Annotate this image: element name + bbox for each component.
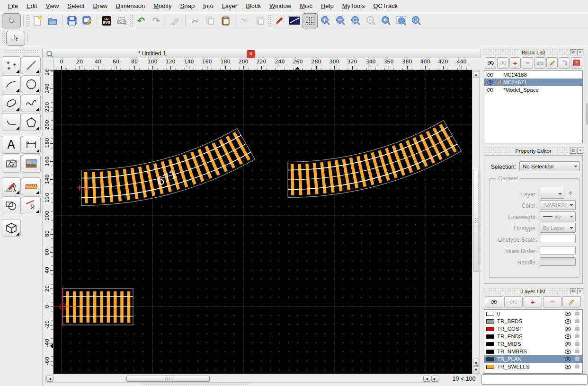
eye-icon[interactable] — [565, 342, 571, 346]
eye-icon[interactable] — [565, 319, 571, 324]
layer-remove-button[interactable]: − — [543, 296, 561, 307]
spline-tool-button[interactable] — [22, 94, 41, 112]
zoom-previous-button[interactable] — [364, 14, 378, 28]
export-svg-button[interactable]: SVG — [99, 14, 114, 28]
eye-icon[interactable] — [565, 357, 571, 361]
menu-dimension[interactable]: Dimension — [112, 1, 149, 11]
pen-button[interactable] — [272, 14, 286, 28]
save-as-button[interactable] — [80, 14, 94, 28]
lock-icon[interactable] — [575, 357, 579, 361]
layer-row[interactable]: TR_MIDS — [484, 340, 582, 348]
polygon-tool-button[interactable] — [22, 113, 41, 131]
block-remove-button[interactable]: − — [522, 57, 533, 69]
menu-layer[interactable]: Layer — [218, 1, 242, 11]
ruler-tool-button[interactable] — [22, 177, 41, 195]
scroll-left-button[interactable]: ◀ — [46, 376, 53, 382]
menu-info[interactable]: Info — [199, 1, 218, 11]
block-list-float-button[interactable]: ⧉ — [570, 49, 576, 55]
block-row-selected[interactable]: MC24671 — [484, 79, 582, 86]
menu-mytools[interactable]: MyTools — [338, 1, 369, 11]
save-button[interactable] — [65, 14, 79, 28]
block-delete-button[interactable]: × — [571, 57, 582, 69]
linetype-dropdown[interactable]: By Layer — [540, 223, 576, 233]
layer-dropdown[interactable] — [540, 189, 564, 199]
dock-scroll-thumb[interactable] — [586, 103, 588, 125]
layer-row[interactable]: TR_BEDS — [484, 317, 582, 325]
block-edit-button[interactable] — [546, 57, 558, 69]
block-list-close-button[interactable]: × — [577, 49, 583, 55]
canvas-horizontal-scrollbar[interactable]: ◀ ◀ ▶ — [45, 375, 439, 383]
paste-button[interactable] — [218, 14, 232, 28]
property-editor-float-button[interactable]: ⧉ — [570, 148, 576, 154]
menu-view[interactable]: View — [41, 1, 63, 11]
selection-dropdown[interactable]: No Selection — [519, 161, 580, 171]
selection-pointer-button[interactable] — [6, 31, 25, 46]
zoom-out-button[interactable] — [334, 14, 348, 28]
menu-misc[interactable]: Misc — [295, 1, 317, 11]
line-tool-button[interactable] — [22, 56, 41, 74]
delete-button[interactable] — [169, 14, 183, 28]
dimension-tool-button[interactable] — [22, 136, 41, 154]
document-close-button[interactable]: × — [247, 50, 255, 58]
redo-button[interactable]: ↷ — [149, 14, 163, 28]
layer-show-all-button[interactable] — [485, 296, 503, 307]
block-row[interactable]: *Model_Space — [484, 86, 582, 94]
dock-splitter[interactable] — [478, 170, 481, 265]
lineweight-dropdown[interactable]: By — [540, 211, 576, 221]
linetype-scale-input[interactable] — [540, 235, 576, 243]
point-tool-button[interactable] — [2, 56, 21, 74]
zoom-window-button[interactable] — [394, 14, 409, 28]
polyline-tool-button[interactable] — [2, 113, 21, 131]
new-file-button[interactable] — [30, 14, 45, 28]
ellipse-tool-button[interactable] — [2, 94, 21, 112]
cut-button[interactable]: ✂ — [188, 14, 202, 28]
select-tool-button[interactable] — [2, 13, 21, 28]
drafting-tools-button[interactable] — [2, 177, 21, 195]
cut-with-reference-button[interactable]: ✂ — [238, 14, 252, 28]
dock-scrollbar[interactable] — [585, 47, 588, 386]
menu-help[interactable]: Help — [317, 1, 338, 11]
zoom-back-button[interactable] — [379, 14, 393, 28]
layer-row[interactable]: TR_COST — [484, 325, 582, 333]
lock-icon[interactable] — [575, 334, 579, 338]
property-editor-close-button[interactable]: × — [577, 148, 583, 154]
scroll-up-button[interactable]: ▲ — [473, 71, 479, 78]
drawing-canvas[interactable]: 40 671 — [53, 70, 472, 374]
menu-qctrack[interactable]: QCTrack — [369, 1, 402, 11]
eye-icon[interactable] — [487, 73, 493, 77]
layer-row[interactable]: TR_SWELLS — [484, 363, 582, 370]
lock-icon[interactable] — [575, 319, 579, 323]
block-insert-button[interactable] — [559, 57, 570, 69]
lock-icon[interactable] — [575, 350, 579, 353]
paste-with-reference-button[interactable] — [253, 14, 267, 28]
menu-window[interactable]: Window — [265, 1, 295, 11]
scroll-right-button[interactable]: ▶ — [431, 376, 438, 382]
menu-draw[interactable]: Draw — [89, 1, 111, 11]
menu-edit[interactable]: Edit — [22, 1, 41, 11]
layer-edit-button[interactable] — [562, 296, 581, 307]
layer-row[interactable]: TR_NMBRS — [484, 348, 582, 355]
line-settings-button[interactable] — [287, 14, 302, 28]
circle-tool-button[interactable] — [22, 75, 41, 93]
block-show-all-button[interactable] — [485, 57, 496, 69]
zoom-auto-button[interactable] — [349, 14, 363, 28]
layer-row-selected[interactable]: TR_PLAN — [484, 355, 582, 363]
draw-order-input[interactable] — [540, 246, 576, 254]
scroll-left-button-2[interactable]: ◀ — [423, 376, 430, 382]
layer-add-button[interactable]: + — [568, 189, 572, 197]
eye-icon[interactable] — [565, 365, 571, 369]
eye-icon[interactable] — [487, 88, 493, 92]
horizontal-scroll-thumb[interactable] — [126, 376, 210, 382]
scroll-up-button-2[interactable]: ▲ — [473, 359, 479, 366]
grid-toggle-button[interactable] — [303, 13, 318, 28]
solid-3d-tool-button[interactable] — [2, 219, 21, 237]
menu-file[interactable]: File — [4, 1, 22, 11]
layer-row[interactable]: 0 — [484, 310, 582, 317]
layer-row[interactable]: TR_ENDS — [484, 333, 582, 340]
layer-list-float-button[interactable]: ⧉ — [570, 288, 576, 294]
lock-icon[interactable] — [575, 365, 579, 368]
palette-grip[interactable] — [4, 50, 38, 53]
lock-icon[interactable] — [575, 342, 579, 346]
print-preview-button[interactable] — [115, 14, 129, 28]
scroll-down-button[interactable]: ▼ — [473, 366, 479, 373]
